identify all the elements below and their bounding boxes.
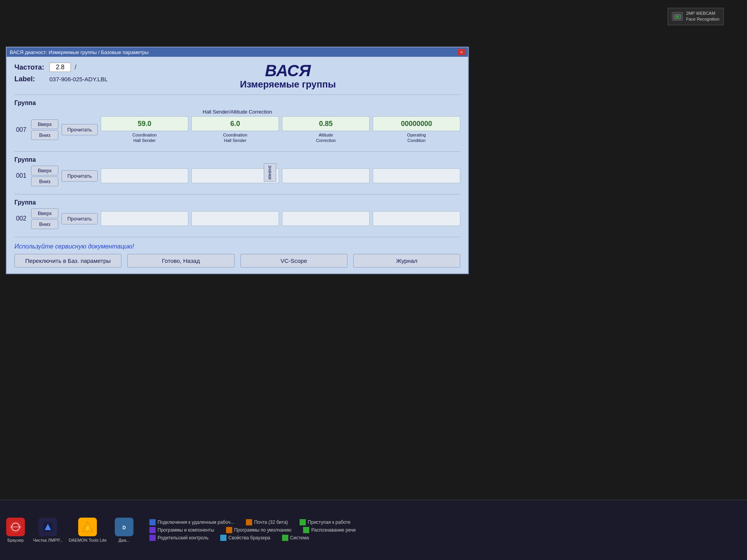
- taskbar-icon-browser[interactable]: Браузер: [4, 518, 27, 542]
- group-007-field-2: CoordinationHall Sender: [191, 116, 279, 144]
- group-007-value-3[interactable]: [282, 116, 370, 131]
- group-007-read-button[interactable]: Прочитать: [61, 124, 98, 135]
- group-002-read-button[interactable]: Прочитать: [61, 213, 98, 224]
- group-007-value-4[interactable]: [373, 116, 460, 131]
- group-007-field-4: OperatingCondition: [373, 116, 460, 144]
- group-007-value-1[interactable]: [101, 116, 188, 131]
- bottom-note: Используйте сервисную документацию!: [14, 243, 460, 250]
- group-002-header: Группа: [14, 199, 460, 206]
- label-key: Label:: [14, 75, 46, 83]
- taskbar-menu-item-1[interactable]: Подключения к удаленным рабоч...: [149, 519, 234, 525]
- group-007-header: Группа: [14, 100, 460, 107]
- group-007-sublabel-1: CoordinationHall Sender: [132, 132, 156, 144]
- group-002-field-3: [282, 211, 370, 226]
- group-007-sublabel-3: AltitudeCorrection: [316, 132, 336, 144]
- taskbar-menu-item-7[interactable]: Приступая к работе: [300, 519, 351, 525]
- group-001-read-button[interactable]: Прочитать: [61, 170, 98, 182]
- taskbar-menu: Подключения к удаленным рабоч... Почта (…: [149, 519, 743, 541]
- taskbar-menu-item-5[interactable]: Программы по умолчанию: [226, 527, 291, 533]
- group-002-value-1[interactable]: [101, 211, 188, 226]
- group-001-field-3: [282, 168, 370, 183]
- group-001-down-button[interactable]: Вниз: [31, 177, 58, 186]
- taskbar-menu-item-6[interactable]: Свойства браузера: [220, 535, 270, 541]
- title-bar-text: ВАСЯ диагност: Измеряемые группы / Базов…: [10, 49, 149, 55]
- group-002-down-button[interactable]: Вниз: [31, 219, 58, 229]
- webcam-text: 2MP WEBCAM Face Recognition: [686, 10, 719, 23]
- group-007-field-3: AltitudeCorrection: [282, 116, 370, 144]
- label-value: 037-906-025-ADY.LBL: [49, 76, 108, 82]
- group-007-number: 007: [14, 126, 28, 133]
- group-007-down-button[interactable]: Вниз: [31, 130, 58, 140]
- taskbar-menu-item-4[interactable]: Почта (32 бита): [246, 519, 288, 525]
- dia-icon: D: [115, 518, 133, 536]
- ready-button[interactable]: Готово, Назад: [127, 254, 234, 268]
- cleaner-label: Чистка ЛМРР...: [33, 538, 63, 542]
- group-002-field-4: [373, 211, 460, 226]
- freq-slash: /: [75, 64, 76, 71]
- cleaner-icon: [39, 518, 57, 536]
- group-001-section: Группа 001 Вверх Вниз Прочитать: [14, 156, 460, 186]
- group-001-number: 001: [14, 172, 28, 179]
- group-001-value-1[interactable]: [101, 168, 188, 183]
- webcam-overlay: 2MP WEBCAM Face Recognition: [668, 8, 724, 25]
- webcam-icon: [672, 12, 683, 21]
- taskbar-menu-item-8[interactable]: Распознавание речи: [303, 527, 356, 533]
- group-001-up-button[interactable]: Вверх: [31, 166, 58, 175]
- close-button[interactable]: ×: [458, 49, 465, 55]
- group-007-section: Группа Hall Sender/Altitude Correction 0…: [14, 100, 460, 144]
- journal-button[interactable]: Журнал: [353, 254, 460, 268]
- group-001-field-1: [101, 168, 188, 183]
- group-007-sublabel-2: CoordinationHall Sender: [223, 132, 247, 144]
- group-001-value-4[interactable]: [373, 168, 460, 183]
- taskbar-icon-daemon[interactable]: ⚡ DAEMON Tools Lite: [68, 518, 107, 542]
- taskbar: Браузер Чистка ЛМРР... ⚡ DAEMON Tools Li…: [0, 500, 747, 560]
- group-007-sublabel-4: OperatingCondition: [407, 132, 426, 144]
- daemon-icon: ⚡: [78, 518, 97, 536]
- group-002-value-2[interactable]: [191, 211, 279, 226]
- svg-text:D: D: [123, 525, 126, 530]
- group-002-value-3[interactable]: [282, 211, 370, 226]
- svg-text:⚡: ⚡: [84, 525, 91, 532]
- group-007-value-2[interactable]: [191, 116, 279, 131]
- group-002-value-4[interactable]: [373, 211, 460, 226]
- app-subtitle: Измеряемые группы: [116, 79, 460, 90]
- side-indicator: значки: [264, 163, 276, 182]
- taskbar-menu-item-2[interactable]: Программы и компоненты: [149, 527, 214, 533]
- daemon-label: DAEMON Tools Lite: [68, 538, 107, 542]
- group-007-field-1: CoordinationHall Sender: [101, 116, 188, 144]
- main-window: ВАСЯ диагност: Измеряемые группы / Базов…: [6, 47, 469, 274]
- group-002-field-2: [191, 211, 279, 226]
- hall-sender-label: Hall Sender/Altitude Correction: [14, 109, 460, 115]
- browser-label: Браузер: [7, 538, 24, 542]
- taskbar-icon-cleaner[interactable]: Чистка ЛМРР...: [33, 518, 63, 542]
- browser-icon: [6, 518, 25, 536]
- dia-label: Диа...: [119, 538, 130, 542]
- group-002-section: Группа 002 Вверх Вниз Прочитать: [14, 199, 460, 229]
- freq-input[interactable]: [49, 63, 71, 72]
- app-title: ВАСЯ: [116, 63, 460, 79]
- title-bar: ВАСЯ диагност: Измеряемые группы / Базов…: [7, 47, 468, 57]
- group-002-number: 002: [14, 215, 28, 222]
- freq-label: Частота:: [14, 63, 46, 72]
- group-001-header: Группа: [14, 156, 460, 163]
- taskbar-menu-item-9[interactable]: Система: [282, 535, 309, 541]
- taskbar-icon-dia[interactable]: D Диа...: [112, 518, 136, 542]
- vcscope-button[interactable]: VC-Scope: [240, 254, 347, 268]
- group-002-field-1: [101, 211, 188, 226]
- taskbar-menu-item-3[interactable]: Родительский контроль: [149, 535, 209, 541]
- group-001-field-4: [373, 168, 460, 183]
- group-001-value-3[interactable]: [282, 168, 370, 183]
- bottom-buttons: Переключить в Баз. параметры Готово, Наз…: [14, 254, 460, 268]
- switch-button[interactable]: Переключить в Баз. параметры: [14, 254, 121, 268]
- group-002-up-button[interactable]: Вверх: [31, 208, 58, 218]
- svg-point-2: [677, 16, 678, 18]
- group-007-up-button[interactable]: Вверх: [31, 119, 58, 129]
